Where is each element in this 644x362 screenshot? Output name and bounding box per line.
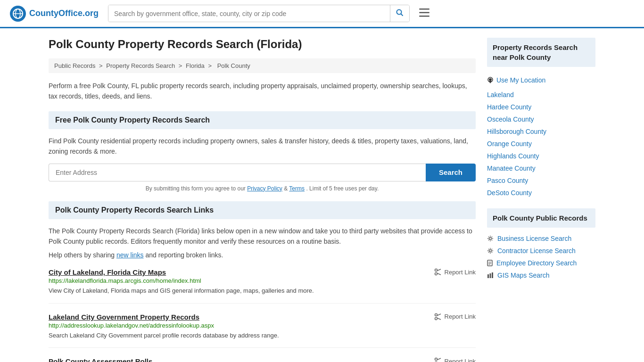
sidebar-item-highlands[interactable]: Highlands County [487, 150, 595, 162]
gear-icon-0 [487, 235, 494, 242]
sidebar-item-desoto[interactable]: DeSoto County [487, 187, 595, 199]
svg-rect-32 [492, 272, 493, 278]
record-desc-0: View City of Lakeland, Florida maps and … [49, 286, 476, 296]
links-section-description: The Polk County Property Records Search … [49, 226, 476, 247]
sidebar-item-employee-directory[interactable]: Employee Directory Search [487, 257, 595, 269]
sidebar-item-hardee[interactable]: Hardee County [487, 101, 595, 113]
terms-link[interactable]: Terms [289, 185, 305, 192]
record-link-title-2[interactable]: Polk County Assessment Rolls [49, 357, 152, 362]
global-search-bar [108, 5, 410, 22]
svg-point-14 [435, 317, 437, 320]
svg-point-21 [489, 78, 492, 81]
svg-rect-8 [419, 16, 429, 17]
svg-marker-23 [489, 81, 492, 83]
global-search-button[interactable] [390, 5, 409, 22]
hamburger-icon [419, 8, 429, 17]
privacy-policy-link[interactable]: Privacy Policy [247, 185, 282, 192]
svg-rect-7 [419, 12, 429, 13]
search-icon [396, 9, 404, 16]
gear-icon-1 [487, 247, 494, 254]
sidebar-item-hillsborough[interactable]: Hillsborough County [487, 125, 595, 138]
logo-icon [9, 5, 26, 22]
scissors-icon-1 [434, 313, 442, 321]
menu-button[interactable] [419, 8, 429, 20]
address-search-form: Search [49, 164, 476, 181]
sidebar-item-pasco[interactable]: Pasco County [487, 174, 595, 187]
scissors-icon-2 [434, 357, 442, 362]
record-link-title-1[interactable]: Lakeland City Government Property Record… [49, 313, 199, 321]
breadcrumb-polk-county: Polk County [217, 62, 250, 69]
svg-point-17 [435, 358, 437, 361]
free-search-header: Free Polk County Property Records Search [49, 111, 476, 129]
sidebar-item-contractor-license[interactable]: Contractor License Search [487, 245, 595, 257]
record-url-0[interactable]: https://lakelandflorida.maps.arcgis.com/… [49, 277, 476, 284]
location-pin-icon [487, 77, 494, 83]
sidebar-item-manatee[interactable]: Manatee County [487, 162, 595, 174]
sidebar-nearby-links: Use My Location Lakeland Hardee County O… [487, 72, 595, 199]
sidebar-public-records-links: Business License Search Contractor Licen… [487, 232, 595, 281]
share-links-text: Help others by sharing new links and rep… [49, 251, 476, 259]
chart-icon [487, 272, 494, 279]
scissors-icon-0 [434, 268, 442, 276]
sidebar-item-business-license[interactable]: Business License Search [487, 232, 595, 245]
sidebar-item-osceola[interactable]: Osceola County [487, 113, 595, 125]
left-content: Polk County Property Records Search (Flo… [49, 38, 476, 362]
record-link-item-2: Polk County Assessment Rolls Report Link [49, 357, 476, 362]
logo-text: CountyOffice.org [29, 8, 99, 18]
form-note: By submitting this form you agree to our… [49, 185, 476, 192]
sidebar-item-lakeland[interactable]: Lakeland [487, 89, 595, 101]
record-link-title-0[interactable]: City of Lakeland, Florida City Maps [49, 268, 166, 276]
global-search-input[interactable] [108, 5, 390, 22]
site-logo[interactable]: CountyOffice.org [9, 5, 99, 22]
right-sidebar: Property Records Search near Polk County… [487, 38, 595, 362]
sidebar-item-orange[interactable]: Orange County [487, 138, 595, 150]
svg-point-25 [489, 250, 492, 252]
address-search-button[interactable]: Search [426, 164, 476, 181]
svg-rect-31 [490, 273, 491, 278]
sidebar-use-location[interactable]: Use My Location [487, 72, 595, 89]
main-container: Polk County Property Records Search (Flo… [39, 28, 605, 362]
sidebar-item-gis-maps[interactable]: GIS Maps Search [487, 269, 595, 281]
address-input[interactable] [49, 164, 426, 181]
report-link-button-0[interactable]: Report Link [434, 268, 476, 276]
breadcrumb-property-records-search[interactable]: Property Records Search [106, 62, 175, 69]
breadcrumb-florida[interactable]: Florida [186, 62, 205, 69]
use-my-location-link[interactable]: Use My Location [496, 76, 545, 84]
links-section-header: Polk County Property Records Search Link… [49, 201, 476, 219]
breadcrumb: Public Records > Property Records Search… [49, 58, 476, 73]
report-link-button-1[interactable]: Report Link [434, 313, 476, 321]
record-link-item-0: City of Lakeland, Florida City Maps Repo… [49, 268, 476, 304]
svg-line-5 [401, 14, 403, 16]
sidebar-public-records-title: Polk County Public Records [487, 208, 595, 228]
svg-point-10 [435, 273, 437, 275]
new-links-link[interactable]: new links [116, 251, 144, 259]
svg-rect-6 [419, 8, 429, 10]
svg-point-24 [489, 238, 492, 240]
svg-rect-30 [487, 274, 489, 278]
svg-point-13 [435, 313, 437, 316]
page-title: Polk County Property Records Search (Flo… [49, 38, 476, 51]
svg-point-9 [435, 269, 437, 272]
report-link-button-2[interactable]: Report Link [434, 357, 476, 362]
record-url-1[interactable]: http://addresslookup.lakelandgov.net/add… [49, 322, 476, 329]
breadcrumb-public-records[interactable]: Public Records [54, 62, 95, 69]
page-description: Perform a free Polk County, FL public pr… [49, 81, 476, 102]
record-desc-1: Search Lakeland City Government parcel p… [49, 331, 476, 340]
sidebar-nearby-title: Property Records Search near Polk County [487, 38, 595, 67]
document-icon [487, 260, 493, 266]
free-search-description: Find Polk County residential property re… [49, 136, 476, 157]
record-link-item-1: Lakeland City Government Property Record… [49, 313, 476, 348]
site-header: CountyOffice.org [0, 0, 644, 28]
